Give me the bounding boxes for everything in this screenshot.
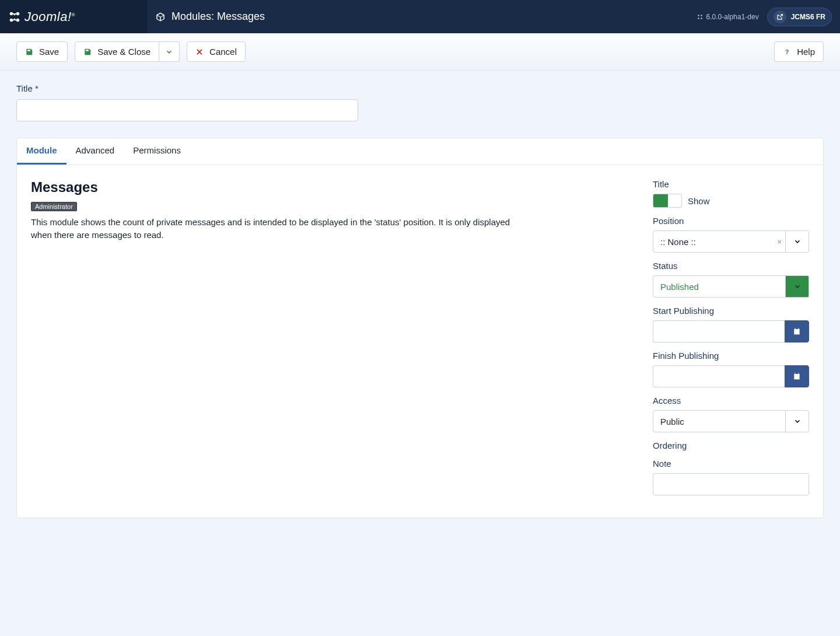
tab-row: Module Advanced Permissions [17,138,823,165]
calendar-icon [793,327,801,336]
finish-pub-input[interactable] [653,365,785,387]
position-clear[interactable]: × [774,237,785,246]
start-pub-calendar-button[interactable] [785,320,809,343]
chevron-down-icon [793,237,802,246]
title-toggle-text: Show [688,196,710,206]
calendar-icon [793,372,801,380]
svg-point-6 [698,18,699,19]
start-pub-input[interactable] [653,320,785,343]
close-icon [195,48,204,56]
page-title: Modules: Messages [147,11,696,23]
finish-pub-calendar-button[interactable] [785,365,809,387]
content: Title * Module Advanced Permissions Mess… [0,71,840,541]
tab-module[interactable]: Module [17,138,66,165]
help-icon: ? [783,48,791,56]
position-dropdown[interactable] [785,231,808,252]
side-column: Title Show Position :: None :: × [653,179,809,504]
save-close-group: Save & Close [75,41,180,62]
status-dropdown[interactable] [785,276,808,297]
joomla-logo-icon [8,11,21,23]
status-label: Status [653,261,809,271]
svg-point-2 [10,18,13,22]
chevron-down-icon [793,282,802,291]
help-button[interactable]: ? Help [774,41,824,62]
version-chip[interactable]: 6.0.0-alpha1-dev [696,13,759,21]
brand-text: Joomla!® [24,9,75,25]
brand[interactable]: Joomla!® [0,0,147,33]
admin-chip: Administrator [31,202,77,211]
save-icon [25,48,33,56]
site-name: JCMS6 FR [791,13,825,21]
svg-point-1 [16,12,20,15]
svg-point-7 [701,18,702,19]
position-value: :: None :: [653,237,774,247]
version-text: 6.0.0-alpha1-dev [706,13,759,21]
svg-point-5 [701,15,702,16]
external-link-icon [774,11,786,23]
access-label: Access [653,396,809,406]
cube-icon [155,12,166,22]
svg-point-0 [10,12,13,15]
site-chip[interactable]: JCMS6 FR [767,8,832,26]
tab-advanced[interactable]: Advanced [66,138,124,165]
topbar-right: 6.0.0-alpha1-dev JCMS6 FR [696,8,840,26]
note-label: Note [653,459,809,469]
access-select[interactable]: Public [653,410,809,432]
save-button[interactable]: Save [16,41,68,62]
save-close-button[interactable]: Save & Close [75,41,159,62]
svg-text:?: ? [785,48,789,55]
status-value: Published [653,282,785,292]
svg-point-3 [16,18,20,22]
ordering-label: Ordering [653,441,809,450]
position-label: Position [653,216,809,226]
page-title-text: Modules: Messages [172,11,265,23]
title-label: Title * [16,83,824,93]
start-pub-label: Start Publishing [653,306,809,316]
save-icon [83,48,92,56]
title-input[interactable] [16,99,358,121]
position-select[interactable]: :: None :: × [653,230,809,253]
topbar: Joomla!® Modules: Messages 6.0.0-alpha1-… [0,0,840,33]
note-input[interactable] [653,473,809,495]
svg-point-4 [698,15,699,16]
access-value: Public [653,417,785,427]
joomla-small-icon [696,13,704,20]
panel: Module Advanced Permissions Messages Adm… [16,138,824,518]
main-column: Messages Administrator This module shows… [31,179,629,504]
panel-body: Messages Administrator This module shows… [17,165,823,518]
toolbar: Save Save & Close Cancel ? Help [0,33,840,71]
chevron-down-icon [793,417,802,425]
cancel-button[interactable]: Cancel [187,41,246,62]
status-select[interactable]: Published [653,275,809,298]
module-heading: Messages [31,179,629,195]
chevron-down-icon [165,48,173,56]
save-close-dropdown[interactable] [159,41,180,62]
side-title-label: Title [653,179,809,189]
access-dropdown[interactable] [785,411,808,432]
title-toggle[interactable] [653,194,682,208]
tab-permissions[interactable]: Permissions [124,138,190,165]
module-description: This module shows the count of private m… [31,216,521,242]
finish-pub-label: Finish Publishing [653,351,809,361]
